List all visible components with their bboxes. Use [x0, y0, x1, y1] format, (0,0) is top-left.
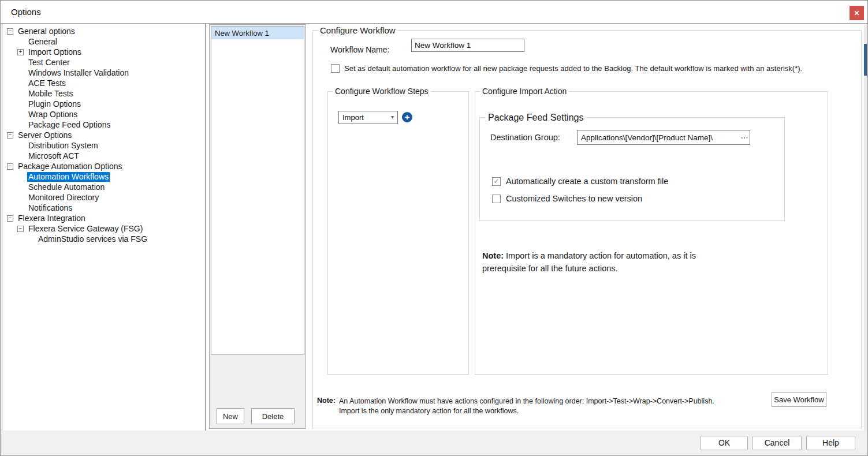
save-workflow-button[interactable]: Save Workflow — [772, 392, 826, 407]
default-workflow-row: Set as default automation workflow for a… — [331, 64, 802, 73]
transform-checkbox-label: Automatically create a custom transform … — [506, 177, 668, 186]
switches-checkbox[interactable] — [492, 195, 501, 203]
vertical-scrollbar[interactable] — [864, 24, 867, 432]
tree-item-test-center[interactable]: Test Center — [2, 57, 205, 68]
destination-group-field: ⋯ — [577, 130, 750, 145]
close-icon: ✕ — [854, 9, 859, 17]
tree-item-package-automation-options[interactable]: −Package Automation Options — [2, 161, 205, 171]
tree-item-label: Schedule Automation — [27, 182, 106, 192]
tree-item-label: General — [27, 37, 58, 47]
import-action-title: Configure Import Action — [480, 87, 569, 96]
transform-checkbox[interactable]: ✓ — [492, 177, 501, 186]
workflow-name-label: Workflow Name: — [330, 45, 389, 54]
scrollbar-thumb[interactable] — [864, 44, 867, 76]
step-dropdown-value: Import — [342, 113, 364, 122]
tree-item-label: Microsoft ACT — [27, 151, 80, 161]
tree-item-import-options[interactable]: +Import Options — [2, 47, 205, 57]
tree-item-label: Import Options — [27, 47, 83, 57]
tree-item-label: Notifications — [27, 203, 73, 213]
ok-button[interactable]: OK — [701, 436, 748, 450]
collapse-icon[interactable]: − — [7, 28, 13, 35]
tree-item-adminstudio-services-via-fsg[interactable]: AdminStudio services via FSG — [2, 234, 205, 244]
tree-item-label: Test Center — [27, 58, 71, 68]
configure-workflow-group: Configure Workflow Workflow Name: Set as… — [312, 30, 862, 428]
tree-item-label: Package Feed Options — [27, 120, 111, 130]
help-button[interactable]: Help — [806, 436, 855, 450]
chevron-down-icon: ▾ — [391, 114, 394, 120]
tree-item-ace-tests[interactable]: ACE Tests — [2, 78, 205, 88]
tree-item-label: Server Options — [17, 130, 73, 140]
collapse-icon[interactable]: − — [7, 163, 13, 170]
tree-item-schedule-automation[interactable]: Schedule Automation — [2, 182, 205, 192]
tree-item-server-options[interactable]: −Server Options — [2, 130, 205, 140]
import-action-group: Configure Import Action Package Feed Set… — [475, 91, 828, 375]
ellipsis-icon: ⋯ — [741, 133, 748, 142]
tree-item-flexera-integration[interactable]: −Flexera Integration — [2, 213, 205, 223]
tree-item-label: AdminStudio services via FSG — [37, 234, 148, 244]
package-feed-settings-group: Package Feed Settings Destination Group:… — [479, 117, 785, 221]
collapse-icon[interactable]: − — [7, 215, 13, 222]
tree-item-label: Automation Workflows — [27, 172, 110, 182]
default-workflow-checkbox-label: Set as default automation workflow for a… — [344, 64, 802, 73]
workflow-steps-group: Configure Workflow Steps Import ▾ + — [327, 91, 469, 375]
options-dialog: Options ✕ −General optionsGeneral+Import… — [0, 0, 868, 456]
configure-workflow-title: Configure Workflow — [318, 25, 398, 35]
tree-item-label: Monitored Directory — [27, 193, 100, 203]
destination-group-input[interactable] — [578, 133, 739, 142]
tree-item-distribution-system[interactable]: Distribution System — [2, 140, 205, 151]
tree-item-package-feed-options[interactable]: Package Feed Options — [2, 119, 205, 130]
tree-item-label: General options — [17, 27, 76, 36]
tree-item-automation-workflows[interactable]: Automation Workflows — [2, 171, 205, 182]
tree-item-wrap-options[interactable]: Wrap Options — [2, 109, 205, 119]
delete-workflow-button[interactable]: Delete — [251, 408, 295, 424]
note-text-line2: prerequisite for all the future actions. — [482, 263, 731, 275]
cancel-button[interactable]: Cancel — [752, 436, 802, 450]
browse-button[interactable]: ⋯ — [739, 130, 750, 144]
destination-group-label: Destination Group: — [490, 133, 560, 142]
titlebar: Options ✕ — [1, 1, 867, 24]
tree-item-microsoft-act[interactable]: Microsoft ACT — [2, 151, 205, 161]
tree-item-general[interactable]: General — [2, 36, 205, 47]
tree-item-label: Windows Installer Validation — [27, 68, 130, 78]
tree-item-label: Plugin Options — [27, 99, 82, 109]
workflow-list-panel: New Workflow 1 New Delete — [209, 24, 306, 429]
note-text-line1: Import is a mandatory action for automat… — [504, 251, 696, 260]
tree-item-windows-installer-validation[interactable]: Windows Installer Validation — [2, 68, 205, 78]
tree-item-label: Mobile Tests — [27, 89, 74, 99]
close-button[interactable]: ✕ — [850, 6, 864, 20]
switches-checkbox-row: Customized Switches to new version — [492, 194, 642, 203]
tree-item-label: Flexera Integration — [17, 214, 87, 223]
workflow-name-input[interactable] — [411, 39, 524, 52]
tree-item-flexera-service-gateway-fsg[interactable]: −Flexera Service Gateway (FSG) — [2, 223, 205, 234]
new-workflow-button[interactable]: New — [217, 408, 244, 424]
import-mandatory-note: Note: Import is a mandatory action for a… — [482, 250, 731, 275]
collapse-icon[interactable]: − — [7, 132, 13, 139]
plus-icon: + — [405, 113, 410, 122]
note-label: Note: — [482, 251, 504, 260]
tree-item-plugin-options[interactable]: Plugin Options — [2, 99, 205, 109]
expand-icon[interactable]: + — [17, 49, 24, 55]
collapse-icon[interactable]: − — [17, 226, 24, 232]
window-title: Options — [11, 7, 41, 17]
bottom-note-line1: An Automation Workflow must have actions… — [339, 397, 714, 406]
tree-item-mobile-tests[interactable]: Mobile Tests — [2, 88, 205, 99]
add-step-button[interactable]: + — [402, 112, 412, 122]
switches-checkbox-label: Customized Switches to new version — [506, 194, 642, 203]
transform-checkbox-row: ✓ Automatically create a custom transfor… — [492, 177, 668, 186]
tree-item-notifications[interactable]: Notifications — [2, 203, 205, 213]
package-feed-settings-title: Package Feed Settings — [486, 113, 586, 123]
workflow-order-note: Note: An Automation Workflow must have a… — [317, 397, 714, 416]
bottom-note-line2: Import is the only mandatory action for … — [339, 406, 714, 416]
tree-item-monitored-directory[interactable]: Monitored Directory — [2, 192, 205, 203]
bottom-note-label: Note: — [317, 397, 336, 416]
workflow-list: New Workflow 1 — [211, 26, 304, 355]
step-dropdown[interactable]: Import ▾ — [338, 111, 398, 124]
default-workflow-checkbox[interactable] — [331, 64, 340, 73]
tree-item-label: Package Automation Options — [17, 162, 124, 171]
tree-item-general-options[interactable]: −General options — [2, 26, 205, 36]
workflow-steps-title: Configure Workflow Steps — [333, 87, 431, 96]
tree-item-label: Distribution System — [27, 141, 99, 151]
workflow-list-item[interactable]: New Workflow 1 — [211, 27, 304, 39]
dialog-footer: OK Cancel Help — [1, 431, 867, 455]
tree-item-label: Flexera Service Gateway (FSG) — [27, 224, 144, 234]
